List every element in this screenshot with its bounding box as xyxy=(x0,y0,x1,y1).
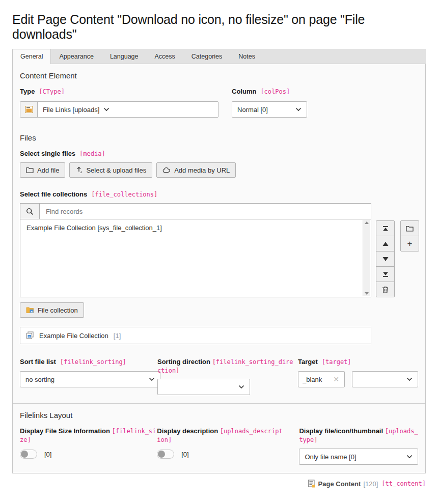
sort-file-list-label: Sort file list xyxy=(20,357,56,367)
search-icon xyxy=(20,204,40,219)
add-file-button[interactable]: Add file xyxy=(20,162,65,178)
display-description-value: [0] xyxy=(181,451,188,458)
chevron-down-icon xyxy=(238,385,244,389)
files-panel: Files Select single files [media] Add fi… xyxy=(13,126,425,403)
search-input[interactable] xyxy=(40,204,371,219)
selected-collection-row[interactable]: Example File Collection [1] xyxy=(20,327,371,344)
record-search-bar xyxy=(20,203,371,219)
edit-form: General Appearance Language Access Categ… xyxy=(12,49,426,473)
target-select[interactable] xyxy=(352,371,418,387)
target-input-wrap: ✕ xyxy=(298,371,345,387)
display-thumbnail-label: Display file/icon/thumbnail xyxy=(299,427,383,435)
trash-icon xyxy=(382,286,389,293)
page-content-record-icon xyxy=(308,480,316,488)
record-type-label: Page Content xyxy=(318,480,361,488)
scroll-down-icon[interactable] xyxy=(365,292,369,295)
content-element-panel: Content Element Type [CType] xyxy=(13,64,425,126)
add-media-by-url-button[interactable]: Add media by URL xyxy=(156,162,236,178)
upload-icon xyxy=(75,166,83,174)
display-file-size-toggle[interactable] xyxy=(20,450,37,459)
display-description-toggle[interactable] xyxy=(157,450,174,459)
type-field-key: [CType] xyxy=(39,88,65,95)
move-to-bottom-icon xyxy=(382,271,389,277)
content-type-icon xyxy=(20,102,38,117)
browse-records-button[interactable] xyxy=(400,220,419,236)
file-collection-button[interactable]: File collection xyxy=(20,302,84,318)
display-file-size-label: Display File Size Information xyxy=(20,427,110,435)
record-footer: Page Content [120] [tt_content] xyxy=(12,480,426,488)
move-to-top-button[interactable] xyxy=(376,220,395,236)
cloud-icon xyxy=(162,167,171,173)
select-upload-files-label: Select & upload files xyxy=(86,166,146,174)
tab-language[interactable]: Language xyxy=(102,49,147,64)
select-single-files-label: Select single files xyxy=(20,149,75,158)
files-heading: Files xyxy=(20,133,418,142)
column-label: Column xyxy=(232,87,256,96)
record-id: [120] xyxy=(363,480,378,488)
toggle-knob xyxy=(158,451,165,458)
tab-access[interactable]: Access xyxy=(147,49,183,64)
target-key: [target] xyxy=(322,358,351,366)
clear-target-icon[interactable]: ✕ xyxy=(332,375,340,383)
sorting-direction-label: Sorting direction xyxy=(157,358,210,366)
tab-appearance[interactable]: Appearance xyxy=(51,49,101,64)
move-controls xyxy=(376,220,395,297)
filelinks-layout-panel: Filelinks Layout Display File Size Infor… xyxy=(13,403,425,473)
display-thumbnail-value: Only file name [0] xyxy=(305,453,402,461)
type-select[interactable]: File Links [uploads] xyxy=(20,101,218,118)
browse-controls: + xyxy=(400,220,419,297)
move-down-icon xyxy=(382,257,389,262)
filelink-sorting-key: [filelink_sorting] xyxy=(60,358,126,366)
scroll-up-icon[interactable] xyxy=(365,221,369,224)
file-collections-field-key: [file_collections] xyxy=(91,191,157,198)
move-up-button[interactable] xyxy=(376,236,395,251)
selected-collection-count: [1] xyxy=(114,332,121,340)
column-select[interactable]: Normal [0] xyxy=(232,101,307,118)
sort-file-list-select[interactable]: no sorting xyxy=(20,371,160,387)
list-item[interactable]: Example File Collection [sys_file_collec… xyxy=(20,222,371,233)
folder-icon xyxy=(26,167,34,173)
chevron-down-icon xyxy=(149,377,155,381)
sorting-direction-select[interactable] xyxy=(157,379,250,395)
select-upload-files-button[interactable]: Select & upload files xyxy=(69,162,152,178)
display-thumbnail-select[interactable]: Only file name [0] xyxy=(299,449,418,465)
page-title: Edit Page Content "Download no icon, no … xyxy=(12,12,426,42)
type-select-value: File Links [uploads] xyxy=(43,106,99,114)
tab-notes[interactable]: Notes xyxy=(230,49,263,64)
listbox-scrollbar[interactable] xyxy=(363,220,370,296)
chevron-down-icon xyxy=(103,107,110,111)
type-label: Type xyxy=(20,87,35,96)
uploads-content-icon xyxy=(25,105,33,114)
chevron-down-icon xyxy=(406,455,413,459)
record-table-key: [tt_content] xyxy=(381,480,426,487)
column-select-value: Normal [0] xyxy=(237,106,291,114)
tab-bar: General Appearance Language Access Categ… xyxy=(12,49,426,64)
folder-icon xyxy=(406,226,414,232)
add-file-label: Add file xyxy=(37,166,59,174)
remove-selected-button[interactable] xyxy=(376,282,395,297)
select-file-collections-label: Select file collections xyxy=(20,190,87,199)
move-down-button[interactable] xyxy=(376,251,395,267)
move-up-icon xyxy=(382,241,389,246)
add-media-by-url-label: Add media by URL xyxy=(174,166,230,174)
tab-general[interactable]: General xyxy=(12,49,51,64)
filelinks-layout-heading: Filelinks Layout xyxy=(20,411,418,419)
chevron-down-icon xyxy=(295,107,302,111)
sort-select-value: no sorting xyxy=(25,376,145,383)
content-element-heading: Content Element xyxy=(20,71,418,80)
collection-record-icon xyxy=(26,331,34,340)
move-to-bottom-button[interactable] xyxy=(376,266,395,282)
file-collections-listbox[interactable]: Example File Collection [sys_file_collec… xyxy=(20,219,371,297)
file-collection-label: File collection xyxy=(38,306,78,314)
file-collection-icon xyxy=(26,306,34,314)
plus-icon: + xyxy=(407,239,413,248)
toggle-knob xyxy=(21,451,28,458)
move-to-top-icon xyxy=(382,226,389,232)
tab-categories[interactable]: Categories xyxy=(183,49,230,64)
column-field-key: [colPos] xyxy=(260,88,290,95)
media-field-key: [media] xyxy=(79,150,105,157)
display-file-size-value: [0] xyxy=(44,451,51,458)
selected-collection-name: Example File Collection xyxy=(39,332,108,340)
target-input[interactable] xyxy=(303,376,332,383)
add-record-button[interactable]: + xyxy=(400,236,419,251)
